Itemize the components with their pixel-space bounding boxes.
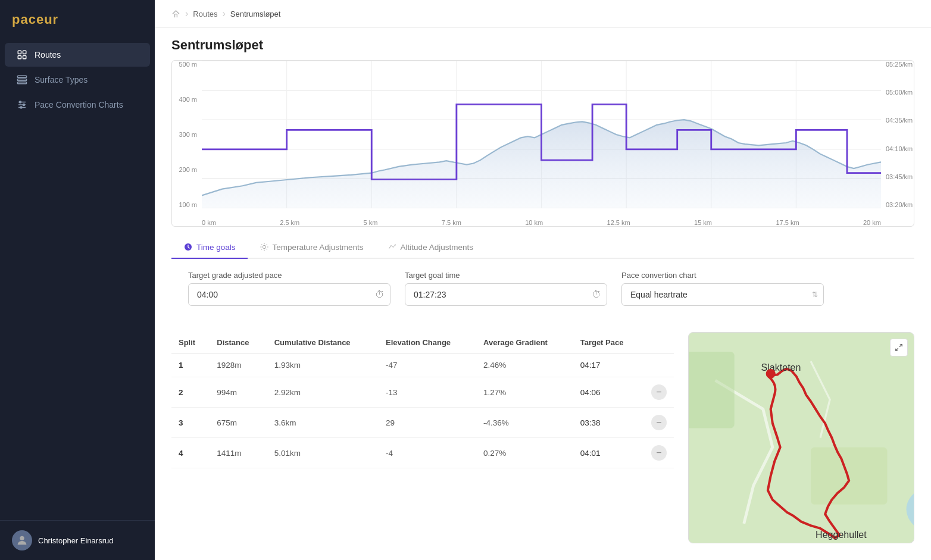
cell-cum-2: 2.92km (267, 377, 379, 408)
cell-action-4: − (644, 438, 674, 468)
elevation-chart: 500 m 400 m 300 m 200 m 100 m 05:25/km 0… (171, 60, 914, 227)
tab-time-goals[interactable]: Time goals (171, 236, 248, 259)
main-content: › Routes › Sentrumsløpet Sentrumsløpet 5… (155, 0, 931, 560)
tab-altitude[interactable]: Altitude Adjustments (376, 236, 485, 259)
chart-select-label: Pace convertion chart (621, 271, 824, 280)
cell-pace-3: 03:38 (573, 408, 644, 438)
table-row: 3 675m 3.6km 29 -4.36% 03:38 − (171, 408, 674, 438)
cell-grad-2: 1.27% (476, 377, 573, 408)
map-area: Slakteten Heggehullet (688, 332, 914, 543)
col-gradient: Average Gradient (476, 332, 573, 353)
table-row: 4 1411m 5.01km -4 0.27% 04:01 − (171, 438, 674, 468)
cell-grad-3: -4.36% (476, 408, 573, 438)
sidebar-item-pace-conversion[interactable]: Pace Convertion Charts (5, 93, 150, 117)
cell-dist-3: 675m (210, 408, 267, 438)
pace-form-group: Target grade adjusted pace ⏱ (188, 271, 390, 306)
table-area: Split Distance Cumulative Distance Eleva… (171, 332, 674, 543)
cell-pace-2: 04:06 (573, 377, 644, 408)
svg-rect-4 (18, 76, 27, 77)
cell-split-4: 4 (171, 438, 210, 468)
cell-dist-4: 1411m (210, 438, 267, 468)
svg-rect-5 (18, 79, 27, 81)
cell-elev-4: -4 (379, 438, 476, 468)
form-row: Target grade adjusted pace ⏱ Target goal… (171, 271, 914, 306)
altitude-icon (388, 242, 397, 252)
app-logo: paceur (0, 0, 155, 37)
tab-temperature-label: Temperature Adjustments (273, 243, 364, 252)
map-icon (17, 49, 27, 60)
breadcrumb: › Routes › Sentrumsløpet (155, 0, 931, 28)
cell-grad-4: 0.27% (476, 438, 573, 468)
chart-y-right-axis: 05:25/km 05:00/km 04:35/km 04:10/km 03:4… (881, 61, 914, 208)
cell-elev-2: -13 (379, 377, 476, 408)
cell-elev-1: -47 (379, 353, 476, 377)
tabs-area: Time goals Temperature Adjustments Altit… (155, 236, 931, 332)
remove-row-3-button[interactable]: − (651, 415, 667, 430)
breadcrumb-routes[interactable]: Routes (193, 10, 217, 18)
svg-line-38 (899, 345, 902, 347)
sidebar-footer: Christopher Einarsrud (0, 520, 155, 560)
expand-icon (895, 343, 903, 352)
svg-rect-2 (18, 56, 21, 59)
clock-icon-goal: ⏱ (592, 289, 601, 300)
cell-dist-2: 994m (210, 377, 267, 408)
goal-input[interactable] (405, 283, 607, 306)
svg-point-44 (766, 369, 776, 378)
cell-pace-1: 04:17 (573, 353, 644, 377)
goal-input-wrap: ⏱ (405, 283, 607, 306)
cell-cum-4: 5.01km (267, 438, 379, 468)
cell-cum-1: 1.93km (267, 353, 379, 377)
page-header: Sentrumsløpet (155, 28, 931, 60)
svg-line-34 (261, 244, 262, 245)
sidebar-item-surface-types[interactable]: Surface Types (5, 68, 150, 92)
cell-dist-1: 1928m (210, 353, 267, 377)
svg-point-10 (20, 101, 21, 103)
cell-grad-1: 2.46% (476, 353, 573, 377)
goal-label: Target goal time (405, 271, 607, 280)
svg-line-39 (896, 348, 898, 351)
sidebar-item-routes[interactable]: Routes (5, 43, 150, 67)
cell-split-1: 1 (171, 353, 210, 377)
home-icon[interactable] (171, 10, 180, 18)
sidebar-nav: Routes Surface Types Pace Convertion Cha… (0, 37, 155, 520)
sliders-icon (17, 99, 27, 110)
pace-input-wrap: ⏱ (188, 283, 390, 306)
user-avatar-icon (15, 534, 29, 547)
svg-line-35 (266, 249, 267, 249)
chart-x-axis: 0 km 2.5 km 5 km 7.5 km 10 km 12.5 km 15… (202, 217, 881, 226)
cell-cum-3: 3.6km (267, 408, 379, 438)
cell-action-2: − (644, 377, 674, 408)
col-split: Split (171, 332, 210, 353)
col-cumulative: Cumulative Distance (267, 332, 379, 353)
col-pace: Target Pace (573, 332, 644, 353)
svg-line-37 (266, 244, 267, 245)
chart-svg (202, 61, 881, 208)
tab-time-goals-label: Time goals (196, 243, 236, 252)
table-body: 1 1928m 1.93km -47 2.46% 04:17 2 994m 2.… (171, 353, 674, 468)
col-elevation: Elevation Change (379, 332, 476, 353)
remove-row-2-button[interactable]: − (651, 384, 667, 400)
goal-form-group: Target goal time ⏱ (405, 271, 607, 306)
sun-icon (260, 242, 269, 252)
bottom-section: Split Distance Cumulative Distance Eleva… (155, 332, 931, 560)
remove-row-4-button[interactable]: − (651, 445, 667, 461)
tab-temperature[interactable]: Temperature Adjustments (248, 236, 376, 259)
pace-input[interactable] (188, 283, 390, 306)
svg-rect-6 (18, 82, 27, 84)
svg-line-36 (261, 249, 262, 249)
map-expand-button[interactable] (890, 339, 908, 356)
clock-icon (183, 242, 193, 252)
clock-icon-pace: ⏱ (375, 289, 385, 300)
pace-label: Target grade adjusted pace (188, 271, 390, 280)
chart-select[interactable]: Equal heartrate Equal effort Custom (621, 283, 824, 306)
chart-y-left-axis: 500 m 400 m 300 m 200 m 100 m (172, 61, 202, 208)
cell-pace-4: 04:01 (573, 438, 644, 468)
user-name: Christopher Einarsrud (38, 536, 113, 545)
cell-action-1 (644, 353, 674, 377)
col-distance: Distance (210, 332, 267, 353)
layers-icon (17, 74, 27, 85)
sidebar: paceur Routes Surface Types Pace Convert… (0, 0, 155, 560)
tabs-nav: Time goals Temperature Adjustments Altit… (171, 236, 914, 259)
cell-action-3: − (644, 408, 674, 438)
chart-select-wrap: Equal heartrate Equal effort Custom ⇅ (621, 283, 824, 306)
